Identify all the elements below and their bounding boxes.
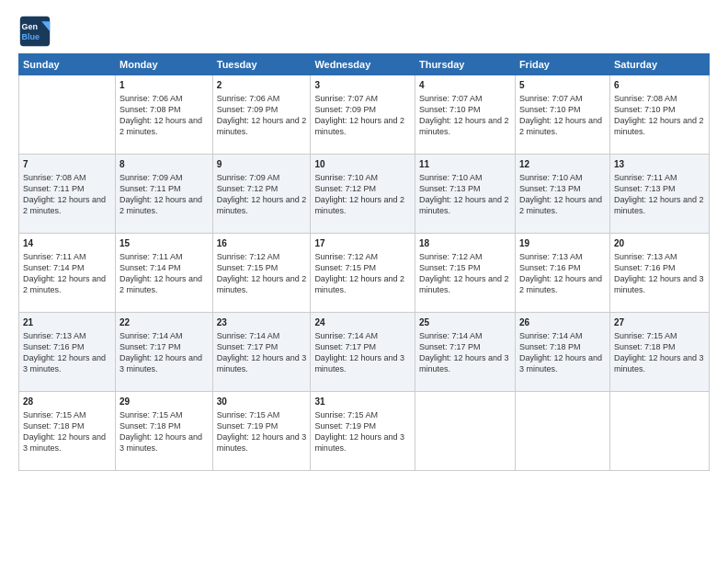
day-info: Sunrise: 7:14 AM Sunset: 7:17 PM Dayligh… [419, 330, 511, 375]
calendar-row-0: 1Sunrise: 7:06 AM Sunset: 7:08 PM Daylig… [19, 75, 710, 155]
calendar-cell: 28Sunrise: 7:15 AM Sunset: 7:18 PM Dayli… [19, 392, 116, 471]
day-number: 1 [119, 79, 209, 92]
day-number: 18 [419, 237, 511, 250]
day-info: Sunrise: 7:12 AM Sunset: 7:15 PM Dayligh… [314, 251, 411, 296]
day-number: 2 [217, 79, 307, 92]
calendar-cell: 19Sunrise: 7:13 AM Sunset: 7:16 PM Dayli… [515, 234, 609, 313]
calendar-row-1: 7Sunrise: 7:08 AM Sunset: 7:11 PM Daylig… [19, 155, 710, 234]
day-info: Sunrise: 7:12 AM Sunset: 7:15 PM Dayligh… [419, 251, 511, 296]
day-info: Sunrise: 7:07 AM Sunset: 7:10 PM Dayligh… [519, 93, 606, 138]
calendar-cell: 9Sunrise: 7:09 AM Sunset: 7:12 PM Daylig… [212, 155, 311, 234]
day-number: 28 [23, 396, 111, 408]
calendar-cell: 17Sunrise: 7:12 AM Sunset: 7:15 PM Dayli… [311, 234, 415, 313]
calendar-cell: 24Sunrise: 7:14 AM Sunset: 7:17 PM Dayli… [311, 313, 415, 392]
day-number: 30 [217, 396, 307, 408]
day-number: 3 [314, 79, 411, 92]
calendar-cell: 21Sunrise: 7:13 AM Sunset: 7:16 PM Dayli… [19, 313, 116, 392]
weekday-header-sunday: Sunday [19, 54, 116, 75]
header: Gen Blue [18, 15, 710, 48]
calendar-cell: 26Sunrise: 7:14 AM Sunset: 7:18 PM Dayli… [515, 313, 609, 392]
calendar-cell: 16Sunrise: 7:12 AM Sunset: 7:15 PM Dayli… [212, 234, 311, 313]
calendar-cell: 14Sunrise: 7:11 AM Sunset: 7:14 PM Dayli… [19, 234, 116, 313]
svg-text:Gen: Gen [22, 22, 39, 31]
day-number: 11 [419, 158, 511, 171]
calendar-cell [19, 75, 116, 155]
weekday-header-friday: Friday [515, 54, 609, 75]
day-number: 20 [614, 237, 705, 250]
day-info: Sunrise: 7:10 AM Sunset: 7:13 PM Dayligh… [419, 172, 511, 217]
day-number: 29 [119, 396, 209, 408]
calendar-cell: 4Sunrise: 7:07 AM Sunset: 7:10 PM Daylig… [415, 75, 515, 155]
day-info: Sunrise: 7:11 AM Sunset: 7:13 PM Dayligh… [614, 172, 705, 217]
day-info: Sunrise: 7:15 AM Sunset: 7:18 PM Dayligh… [23, 409, 111, 454]
calendar-cell [609, 392, 709, 471]
day-info: Sunrise: 7:14 AM Sunset: 7:17 PM Dayligh… [217, 330, 307, 375]
calendar-cell: 12Sunrise: 7:10 AM Sunset: 7:13 PM Dayli… [515, 155, 609, 234]
day-number: 6 [614, 79, 705, 92]
day-number: 24 [314, 316, 411, 329]
calendar-cell: 18Sunrise: 7:12 AM Sunset: 7:15 PM Dayli… [415, 234, 515, 313]
day-info: Sunrise: 7:10 AM Sunset: 7:13 PM Dayligh… [519, 172, 606, 217]
calendar-cell: 23Sunrise: 7:14 AM Sunset: 7:17 PM Dayli… [212, 313, 311, 392]
day-info: Sunrise: 7:13 AM Sunset: 7:16 PM Dayligh… [519, 251, 606, 296]
day-info: Sunrise: 7:10 AM Sunset: 7:12 PM Dayligh… [314, 172, 411, 217]
calendar-cell: 20Sunrise: 7:13 AM Sunset: 7:16 PM Dayli… [609, 234, 709, 313]
day-number: 14 [23, 237, 111, 250]
calendar-cell: 22Sunrise: 7:14 AM Sunset: 7:17 PM Dayli… [116, 313, 213, 392]
day-number: 16 [217, 237, 307, 250]
calendar-cell [415, 392, 515, 471]
day-number: 21 [23, 316, 111, 329]
day-info: Sunrise: 7:14 AM Sunset: 7:17 PM Dayligh… [314, 330, 411, 375]
logo-icon: Gen Blue [18, 15, 51, 48]
day-info: Sunrise: 7:09 AM Sunset: 7:11 PM Dayligh… [119, 172, 209, 217]
calendar-cell: 13Sunrise: 7:11 AM Sunset: 7:13 PM Dayli… [609, 155, 709, 234]
day-info: Sunrise: 7:07 AM Sunset: 7:09 PM Dayligh… [314, 93, 411, 138]
calendar-cell: 30Sunrise: 7:15 AM Sunset: 7:19 PM Dayli… [212, 392, 311, 471]
day-info: Sunrise: 7:09 AM Sunset: 7:12 PM Dayligh… [217, 172, 307, 217]
calendar-row-4: 28Sunrise: 7:15 AM Sunset: 7:18 PM Dayli… [19, 392, 710, 471]
day-info: Sunrise: 7:15 AM Sunset: 7:19 PM Dayligh… [314, 409, 411, 454]
day-number: 8 [119, 158, 209, 171]
svg-text:Blue: Blue [22, 32, 40, 41]
logo: Gen Blue [18, 15, 55, 48]
day-number: 7 [23, 158, 111, 171]
day-info: Sunrise: 7:12 AM Sunset: 7:15 PM Dayligh… [217, 251, 307, 296]
day-info: Sunrise: 7:13 AM Sunset: 7:16 PM Dayligh… [23, 330, 111, 375]
day-info: Sunrise: 7:14 AM Sunset: 7:17 PM Dayligh… [119, 330, 209, 375]
weekday-header-saturday: Saturday [609, 54, 709, 75]
day-info: Sunrise: 7:14 AM Sunset: 7:18 PM Dayligh… [519, 330, 606, 375]
day-info: Sunrise: 7:13 AM Sunset: 7:16 PM Dayligh… [614, 251, 705, 296]
calendar-cell: 8Sunrise: 7:09 AM Sunset: 7:11 PM Daylig… [116, 155, 213, 234]
day-number: 9 [217, 158, 307, 171]
calendar-cell: 6Sunrise: 7:08 AM Sunset: 7:10 PM Daylig… [609, 75, 709, 155]
day-info: Sunrise: 7:15 AM Sunset: 7:18 PM Dayligh… [614, 330, 705, 375]
weekday-header-wednesday: Wednesday [311, 54, 415, 75]
day-number: 15 [119, 237, 209, 250]
calendar-row-3: 21Sunrise: 7:13 AM Sunset: 7:16 PM Dayli… [19, 313, 710, 392]
day-info: Sunrise: 7:11 AM Sunset: 7:14 PM Dayligh… [23, 251, 111, 296]
day-number: 25 [419, 316, 511, 329]
day-number: 10 [314, 158, 411, 171]
day-number: 19 [519, 237, 606, 250]
calendar-header-row: SundayMondayTuesdayWednesdayThursdayFrid… [19, 54, 710, 75]
day-number: 13 [614, 158, 705, 171]
day-info: Sunrise: 7:08 AM Sunset: 7:11 PM Dayligh… [23, 172, 111, 217]
day-info: Sunrise: 7:15 AM Sunset: 7:19 PM Dayligh… [217, 409, 307, 454]
calendar-cell: 10Sunrise: 7:10 AM Sunset: 7:12 PM Dayli… [311, 155, 415, 234]
day-number: 27 [614, 316, 705, 329]
calendar-cell: 7Sunrise: 7:08 AM Sunset: 7:11 PM Daylig… [19, 155, 116, 234]
calendar-cell: 5Sunrise: 7:07 AM Sunset: 7:10 PM Daylig… [515, 75, 609, 155]
day-info: Sunrise: 7:11 AM Sunset: 7:14 PM Dayligh… [119, 251, 209, 296]
calendar-cell: 15Sunrise: 7:11 AM Sunset: 7:14 PM Dayli… [116, 234, 213, 313]
day-number: 5 [519, 79, 606, 92]
calendar-cell: 11Sunrise: 7:10 AM Sunset: 7:13 PM Dayli… [415, 155, 515, 234]
day-number: 12 [519, 158, 606, 171]
calendar-table: SundayMondayTuesdayWednesdayThursdayFrid… [18, 53, 710, 471]
calendar-row-2: 14Sunrise: 7:11 AM Sunset: 7:14 PM Dayli… [19, 234, 710, 313]
weekday-header-tuesday: Tuesday [212, 54, 311, 75]
calendar-cell [515, 392, 609, 471]
day-info: Sunrise: 7:06 AM Sunset: 7:08 PM Dayligh… [119, 93, 209, 138]
calendar-cell: 25Sunrise: 7:14 AM Sunset: 7:17 PM Dayli… [415, 313, 515, 392]
calendar-cell: 1Sunrise: 7:06 AM Sunset: 7:08 PM Daylig… [116, 75, 213, 155]
day-info: Sunrise: 7:08 AM Sunset: 7:10 PM Dayligh… [614, 93, 705, 138]
